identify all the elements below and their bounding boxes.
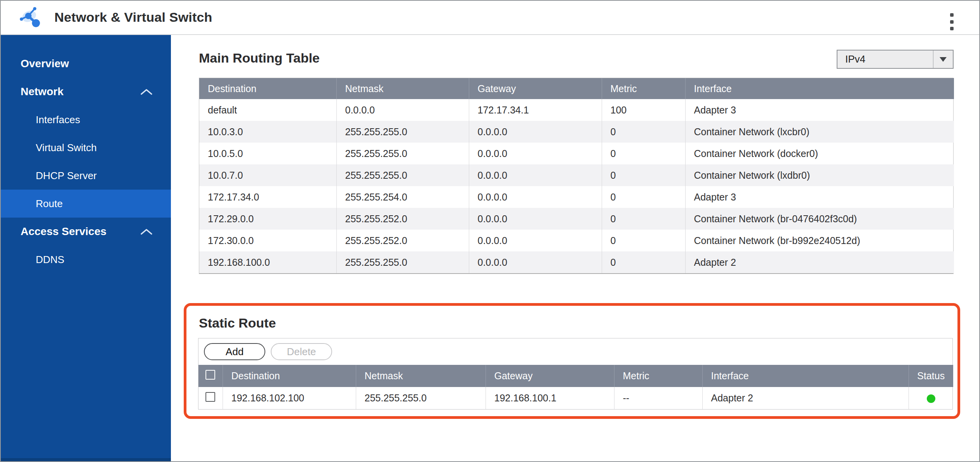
main-routing-table: Destination Netmask Gateway Metric Inter… <box>199 78 954 274</box>
network-logo-icon <box>19 5 41 28</box>
col-netmask: Netmask <box>356 365 486 387</box>
status-connected-dot <box>927 394 935 403</box>
table-row: 10.0.3.0255.255.255.00.0.0.00Container N… <box>199 121 954 143</box>
static-route-row[interactable]: 192.168.102.100 255.255.255.0 192.168.10… <box>198 387 953 409</box>
select-arrow-icon[interactable] <box>933 51 953 68</box>
add-button[interactable]: Add <box>204 343 265 360</box>
table-row: 10.0.5.0255.255.255.00.0.0.00Container N… <box>199 143 954 164</box>
main-routing-title: Main Routing Table <box>199 51 320 66</box>
col-gateway: Gateway <box>486 365 614 387</box>
col-gateway: Gateway <box>469 78 602 99</box>
chevron-up-icon[interactable] <box>141 228 152 235</box>
sidebar-item-overview[interactable]: Overview <box>0 50 171 78</box>
col-netmask: Netmask <box>336 78 469 99</box>
sidebar-item-virtual-switch[interactable]: Virtual Switch <box>0 134 171 162</box>
select-all-header <box>198 365 223 387</box>
app-header: Network & Virtual Switch <box>0 0 980 35</box>
sidebar-item-ddns[interactable]: DDNS <box>0 246 171 274</box>
static-route-panel: Add Delete Destination Netmask Gateway M… <box>198 338 953 410</box>
col-status: Status <box>909 365 953 387</box>
col-interface: Interface <box>702 365 909 387</box>
table-row: 192.168.100.0255.255.255.00.0.0.00Adapte… <box>199 251 954 273</box>
ip-version-value: IPv4 <box>837 53 933 65</box>
static-route-toolbar: Add Delete <box>198 338 952 365</box>
table-row: 172.29.0.0255.255.252.00.0.0.00Container… <box>199 208 954 230</box>
sidebar-item-access-services[interactable]: Access Services <box>0 218 171 246</box>
sidebar-footer-strip <box>0 458 171 462</box>
page-title: Network & Virtual Switch <box>54 0 212 34</box>
select-all-checkbox[interactable] <box>205 370 215 380</box>
main-table-header-row: Destination Netmask Gateway Metric Inter… <box>199 78 954 99</box>
col-metric: Metric <box>614 365 702 387</box>
static-table-header-row: Destination Netmask Gateway Metric Inter… <box>198 365 953 387</box>
sidebar-item-route[interactable]: Route <box>0 190 171 218</box>
table-row: 172.17.34.0255.255.254.00.0.0.00Adapter … <box>199 186 954 208</box>
table-row: 172.30.0.0255.255.252.00.0.0.00Container… <box>199 230 954 251</box>
col-destination: Destination <box>199 78 336 99</box>
chevron-up-icon[interactable] <box>141 89 152 95</box>
row-checkbox[interactable] <box>205 392 215 402</box>
table-row: default0.0.0.0172.17.34.1100Adapter 3 <box>199 99 954 121</box>
static-route-title: Static Route <box>199 316 276 331</box>
col-destination: Destination <box>223 365 356 387</box>
sidebar-item-interfaces[interactable]: Interfaces <box>0 106 171 134</box>
sidebar: Overview Network Interfaces Virtual Swit… <box>0 35 171 462</box>
ip-version-select[interactable]: IPv4 <box>837 50 954 69</box>
sidebar-item-network[interactable]: Network <box>0 78 171 106</box>
col-interface: Interface <box>685 78 954 99</box>
table-row: 10.0.7.0255.255.255.00.0.0.00Container N… <box>199 164 954 186</box>
kebab-menu-icon[interactable] <box>949 13 954 30</box>
col-metric: Metric <box>602 78 685 99</box>
delete-button[interactable]: Delete <box>271 343 332 360</box>
sidebar-item-dhcp-server[interactable]: DHCP Server <box>0 162 171 190</box>
